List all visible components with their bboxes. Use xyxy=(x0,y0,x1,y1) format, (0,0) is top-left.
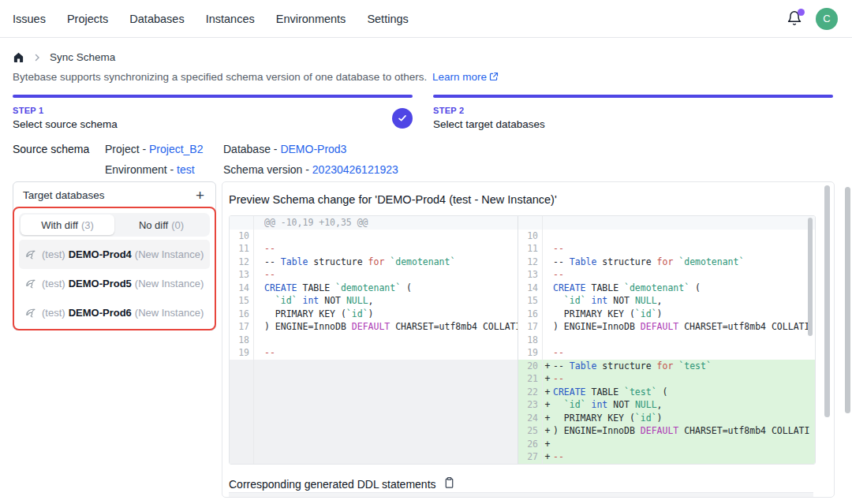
diff-prefix xyxy=(253,308,264,321)
add-target-database-button[interactable]: + xyxy=(194,188,206,203)
tab-label: With diff xyxy=(41,219,78,231)
db-name: DEMO-Prod6 xyxy=(69,307,132,319)
code-text: ) ENGINE=InnoDB DEFAULT CHARSET=utf8mb4 … xyxy=(553,320,815,334)
tab-count: (3) xyxy=(81,219,94,231)
diff-line: 19-- xyxy=(518,346,815,360)
card-scrollbar-thumb[interactable] xyxy=(824,185,830,417)
diff-right-pane: 1011--12-- Table structure for `demotena… xyxy=(518,216,815,464)
preview-title: Preview Schema change for 'DEMO-Prod4 (t… xyxy=(222,182,834,215)
db-instance-suffix: (New Instance) xyxy=(135,307,204,319)
db-instance-suffix: (New Instance) xyxy=(135,248,204,260)
line-number: 17 xyxy=(230,320,253,334)
step-1-title: Select source schema xyxy=(13,118,118,130)
diff-prefix xyxy=(542,216,553,230)
target-databases-title: Target databases xyxy=(23,189,105,201)
copy-ddl-button[interactable] xyxy=(443,476,455,491)
diff-scrollbar-thumb[interactable] xyxy=(808,218,813,336)
nav-item-issues[interactable]: Issues xyxy=(13,13,46,25)
line-number: 18 xyxy=(518,334,542,347)
diff-prefix xyxy=(542,282,553,295)
nav-item-instances[interactable]: Instances xyxy=(206,13,255,25)
environment-link[interactable]: test xyxy=(177,163,195,176)
source-project: Project - Project_B2 xyxy=(105,143,223,155)
line-number: 17 xyxy=(518,320,542,334)
diff-filler-region xyxy=(230,360,518,465)
breadcrumb: Sync Schema xyxy=(0,38,852,63)
diff-line: 16 PRIMARY KEY (`id`) xyxy=(230,308,518,321)
line-number: 12 xyxy=(230,256,253,269)
diff-line: 13-- xyxy=(518,268,815,282)
diff-prefix: + xyxy=(542,450,553,464)
line-number: 22 xyxy=(518,386,542,399)
step-1: STEP 1 Select source schema xyxy=(13,95,413,130)
source-environment: Environment - test xyxy=(105,163,223,176)
diff-line: 17) ENGINE=InnoDB DEFAULT CHARSET=utf8mb… xyxy=(230,320,518,334)
home-icon[interactable] xyxy=(13,51,24,63)
line-number xyxy=(518,216,542,230)
schema-version-label: Schema version - xyxy=(223,163,309,176)
tab-label: No diff xyxy=(139,219,168,231)
diff-prefix xyxy=(253,282,264,295)
mysql-icon xyxy=(25,248,37,260)
code-text: PRIMARY KEY (`id`) xyxy=(553,412,815,425)
nav-item-settings[interactable]: Settings xyxy=(367,13,408,25)
intro: Bytebase supports synchronizing a specif… xyxy=(0,63,852,83)
target-db-item[interactable]: (test)DEMO-Prod6(New Instance) xyxy=(19,298,210,327)
code-text: `id` int NOT NULL, xyxy=(264,294,518,308)
environment-label: Environment - xyxy=(105,163,174,176)
line-number: 16 xyxy=(230,308,253,321)
notifications-button[interactable] xyxy=(786,10,803,28)
code-text: CREATE TABLE `test` ( xyxy=(553,386,815,399)
diff-prefix: + xyxy=(542,360,553,373)
diff-prefix xyxy=(542,334,553,347)
code-text: -- xyxy=(553,372,815,386)
line-number: 12 xyxy=(518,256,542,269)
diff-line: 23+ `id` int NOT NULL, xyxy=(518,398,815,412)
project-link[interactable]: Project_B2 xyxy=(149,143,203,155)
code-text xyxy=(553,230,815,243)
learn-more-link[interactable]: Learn more xyxy=(432,71,499,83)
ddl-label: Corresponding generated DDL statements xyxy=(229,478,436,491)
ddl-editor-top xyxy=(229,492,813,497)
diff-line: 15 `id` int NOT NULL, xyxy=(230,294,518,308)
diff-prefix xyxy=(542,346,553,360)
code-text: -- xyxy=(264,268,518,282)
line-number: 14 xyxy=(230,282,253,295)
line-number: 11 xyxy=(230,242,253,256)
step-1-complete-icon xyxy=(392,108,413,129)
code-text: @@ -10,19 +10,35 @@ xyxy=(264,216,518,230)
code-text: CREATE TABLE `demotenant` ( xyxy=(264,282,518,295)
code-text: CREATE TABLE `demotenant` ( xyxy=(553,282,815,295)
diff-prefix xyxy=(542,308,553,321)
db-environment: (test) xyxy=(42,278,65,289)
step-2-progress-bar xyxy=(433,95,833,98)
line-number: 13 xyxy=(230,268,253,282)
preview-card: Preview Schema change for 'DEMO-Prod4 (t… xyxy=(222,181,835,498)
diff-prefix: + xyxy=(542,412,553,425)
line-number: 15 xyxy=(230,294,253,308)
code-text: -- xyxy=(553,268,815,282)
target-db-item[interactable]: (test)DEMO-Prod4(New Instance) xyxy=(19,240,210,269)
target-databases-panel: Target databases + With diff(3)No diff(0… xyxy=(13,181,216,330)
source-schema-label: Source schema xyxy=(13,143,105,155)
nav-item-projects[interactable]: Projects xyxy=(67,13,108,25)
diff-prefix: + xyxy=(542,372,553,386)
tab-with-diff[interactable]: With diff(3) xyxy=(21,215,114,235)
mysql-icon xyxy=(25,307,37,319)
nav-right: C xyxy=(786,8,838,30)
tab-no-diff[interactable]: No diff(0) xyxy=(114,215,208,235)
schema-version-link[interactable]: 20230426121923 xyxy=(312,163,398,176)
diff-prefix xyxy=(542,268,553,282)
source-database: Database - DEMO-Prod3 xyxy=(223,143,839,155)
line-number: 10 xyxy=(230,230,253,243)
target-panel-header: Target databases + xyxy=(13,182,215,207)
page-scrollbar-thumb[interactable] xyxy=(845,187,850,413)
diff-prefix xyxy=(542,294,553,308)
diff-line: 11-- xyxy=(518,242,815,256)
avatar[interactable]: C xyxy=(816,8,838,30)
database-link[interactable]: DEMO-Prod3 xyxy=(280,143,346,155)
nav-item-environments[interactable]: Environments xyxy=(276,13,346,25)
target-db-item[interactable]: (test)DEMO-Prod5(New Instance) xyxy=(19,269,210,298)
db-name: DEMO-Prod4 xyxy=(69,248,132,260)
nav-item-databases[interactable]: Databases xyxy=(129,13,184,25)
